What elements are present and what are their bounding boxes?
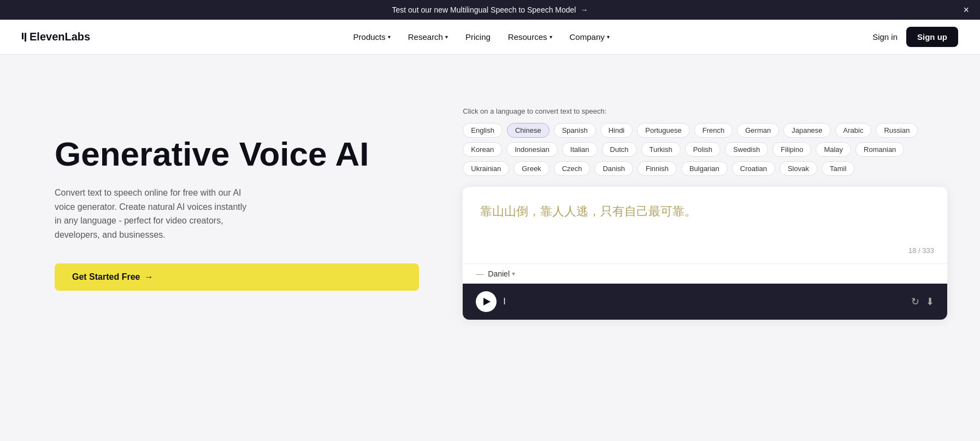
nav-resources[interactable]: Resources ▾: [508, 32, 552, 42]
get-started-button[interactable]: Get Started Free →: [55, 263, 419, 291]
tts-char-count: 18 / 333: [908, 246, 934, 255]
main-nav: ElevenLabs Products ▾ Research ▾ Pricing…: [0, 20, 980, 55]
lang-tag-ukrainian[interactable]: Ukrainian: [463, 161, 509, 176]
hero-right: Click on a language to convert text to s…: [441, 55, 980, 372]
lang-tag-polish[interactable]: Polish: [685, 142, 721, 157]
lang-tag-italian[interactable]: Italian: [562, 142, 598, 157]
logo-bar-1: [22, 33, 23, 39]
lang-tag-romanian[interactable]: Romanian: [855, 142, 904, 157]
tts-controls: I ↻ ⬇: [463, 284, 947, 320]
lang-tag-dutch[interactable]: Dutch: [602, 142, 637, 157]
hero-subtitle: Convert text to speech online for free w…: [55, 186, 251, 242]
logo-bar-2: [25, 33, 26, 42]
chevron-down-icon: ▾: [445, 34, 448, 40]
voice-selector-row[interactable]: — Daniel ▾: [463, 263, 947, 284]
lang-tag-russian[interactable]: Russian: [876, 123, 918, 138]
close-announcement-button[interactable]: ×: [963, 5, 969, 15]
lang-tag-korean[interactable]: Korean: [463, 142, 502, 157]
lang-tag-chinese[interactable]: Chinese: [507, 123, 550, 138]
play-icon: [483, 298, 491, 305]
refresh-icon[interactable]: ↻: [911, 296, 919, 308]
nav-company[interactable]: Company ▾: [570, 32, 610, 42]
lang-tag-portuguese[interactable]: Portuguese: [637, 123, 690, 138]
hero-section: Generative Voice AI Convert text to spee…: [0, 55, 980, 372]
lang-tag-czech[interactable]: Czech: [554, 161, 591, 176]
lang-tag-hindi[interactable]: Hindi: [600, 123, 633, 138]
sign-in-button[interactable]: Sign in: [872, 32, 898, 42]
lang-tag-german[interactable]: German: [737, 123, 779, 138]
nav-products[interactable]: Products ▾: [353, 32, 391, 42]
nav-right: Sign in Sign up: [872, 27, 958, 47]
voice-dash: —: [476, 269, 483, 278]
lang-tag-malay[interactable]: Malay: [816, 142, 851, 157]
nav-research[interactable]: Research ▾: [408, 32, 448, 42]
logo[interactable]: ElevenLabs: [22, 31, 90, 43]
chevron-down-icon: ▾: [388, 34, 391, 40]
announcement-arrow: →: [580, 5, 588, 14]
lang-tag-finnish[interactable]: Finnish: [637, 161, 677, 176]
lang-tag-turkish[interactable]: Turkish: [641, 142, 681, 157]
lang-tag-danish[interactable]: Danish: [594, 161, 633, 176]
get-started-arrow: →: [144, 272, 153, 282]
tts-demo: 靠山山倒，靠人人逃，只有自己最可靠。 18 / 333 — Daniel ▾ I…: [463, 187, 947, 320]
lang-tag-greek[interactable]: Greek: [513, 161, 549, 176]
get-started-label: Get Started Free: [72, 272, 140, 282]
lang-tag-french[interactable]: French: [694, 123, 733, 138]
chevron-down-icon: ▾: [550, 34, 552, 40]
audio-waveform: I: [503, 297, 506, 307]
download-icon[interactable]: ⬇: [926, 296, 934, 308]
voice-name: Daniel: [488, 269, 510, 278]
hero-title: Generative Voice AI: [55, 136, 419, 173]
lang-tag-spanish[interactable]: Spanish: [554, 123, 596, 138]
chevron-down-icon: ▾: [607, 34, 610, 40]
lang-tag-arabic[interactable]: Arabic: [835, 123, 872, 138]
chevron-down-icon: ▾: [512, 270, 515, 278]
logo-bars: [22, 33, 26, 42]
tts-demo-text: 靠山山倒，靠人人逃，只有自己最可靠。: [480, 202, 930, 220]
language-tags: EnglishChineseSpanishHindiPortugueseFren…: [463, 123, 947, 176]
tts-text-area: 靠山山倒，靠人人逃，只有自己最可靠。 18 / 333: [463, 187, 947, 263]
nav-center: Products ▾ Research ▾ Pricing Resources …: [353, 32, 610, 42]
play-button[interactable]: [476, 291, 497, 312]
announcement-text: Test out our new Multilingual Speech to …: [392, 5, 576, 14]
lang-prompt: Click on a language to convert text to s…: [463, 107, 947, 115]
lang-tag-swedish[interactable]: Swedish: [725, 142, 768, 157]
lang-tag-indonesian[interactable]: Indonesian: [506, 142, 558, 157]
nav-pricing[interactable]: Pricing: [465, 32, 491, 42]
logo-text: ElevenLabs: [29, 31, 90, 43]
lang-tag-filipino[interactable]: Filipino: [772, 142, 811, 157]
lang-tag-bulgarian[interactable]: Bulgarian: [681, 161, 728, 176]
sign-up-button[interactable]: Sign up: [906, 27, 958, 47]
tts-controls-right: ↻ ⬇: [911, 296, 934, 308]
lang-tag-japanese[interactable]: Japanese: [783, 123, 830, 138]
lang-tag-tamil[interactable]: Tamil: [822, 161, 854, 176]
lang-tag-slovak[interactable]: Slovak: [780, 161, 817, 176]
lang-tag-english[interactable]: English: [463, 123, 503, 138]
announcement-bar: Test out our new Multilingual Speech to …: [0, 0, 980, 20]
hero-left: Generative Voice AI Convert text to spee…: [0, 55, 441, 372]
lang-tag-croatian[interactable]: Croatian: [732, 161, 775, 176]
